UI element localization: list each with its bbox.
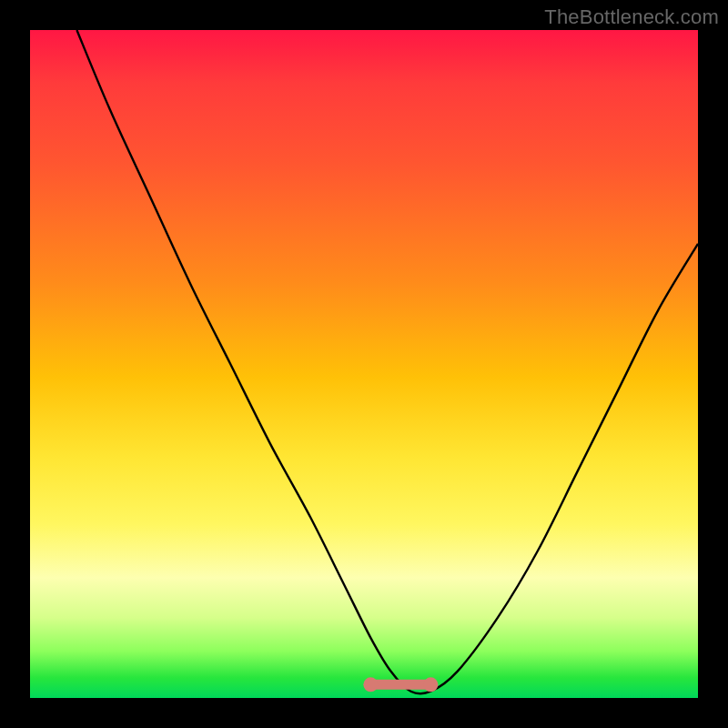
optimal-marker-left [363,677,378,692]
chart-frame: TheBottleneck.com [0,0,728,728]
bottleneck-curve [30,30,698,698]
optimal-marker-right [423,677,438,692]
watermark-text: TheBottleneck.com [544,5,719,29]
curve-path [76,30,698,693]
plot-area [30,30,698,698]
